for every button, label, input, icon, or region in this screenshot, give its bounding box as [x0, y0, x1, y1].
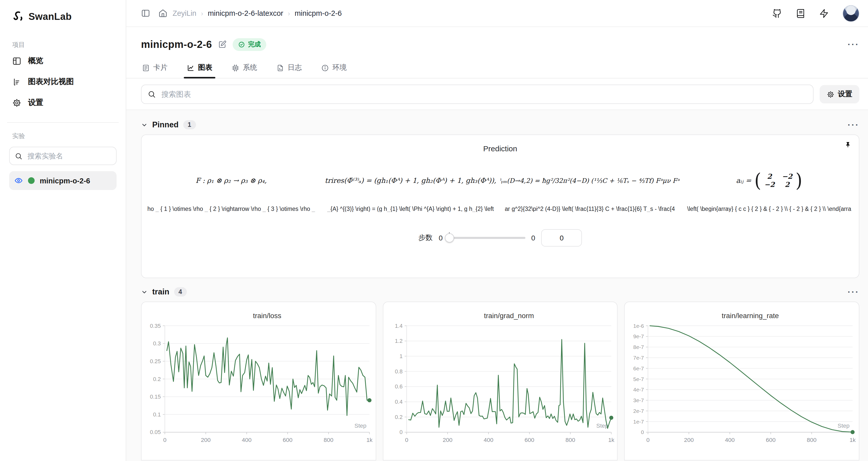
slider-min: 0 — [439, 234, 443, 242]
tab-cards[interactable]: 卡片 — [141, 59, 168, 78]
chevron-down-icon[interactable] — [141, 289, 148, 295]
y-tick-label: 6e-7 — [633, 366, 644, 371]
pin-icon[interactable] — [844, 141, 852, 149]
chart-card-train-learning-rate[interactable]: train/learning_rate1e-69e-78e-77e-76e-75… — [624, 301, 859, 460]
y-tick-label: 0.35 — [150, 323, 161, 329]
tab-logs[interactable]: 日志 — [275, 59, 303, 78]
step-value-input[interactable] — [541, 229, 582, 247]
y-tick-label: 0.25 — [150, 358, 161, 365]
pinned-section-header: Pinned 1 ··· — [141, 120, 859, 129]
y-tick-label: 9e-7 — [633, 334, 644, 339]
status-badge: 完成 — [233, 38, 267, 51]
y-tick-label: 0 — [399, 429, 402, 435]
kebab-menu-icon[interactable]: ··· — [848, 40, 859, 49]
brand[interactable]: SwanLab — [11, 10, 115, 23]
chart-canvas[interactable]: train/grad_norm1.41.210.80.60.40.2002004… — [383, 302, 617, 455]
charts-content: Pinned 1 ··· Prediction F : ρ₁ ⊗ ρ₂ → ρ₃… — [126, 110, 868, 461]
chart-title: Prediction — [142, 144, 859, 153]
tab-charts[interactable]: 图表 — [186, 59, 213, 78]
experiment-search-input[interactable] — [27, 151, 111, 161]
latex-source-text: _{A} ^{(3)} \right) = (g h_{1} \left( \P… — [321, 206, 500, 212]
run-title-bar: minicpm-o-2-6 完成 ··· — [126, 27, 868, 54]
chart-card-train-loss[interactable]: train/loss0.350.30.250.20.150.10.0502004… — [141, 301, 376, 460]
chevron-right-icon: › — [288, 9, 290, 17]
tab-system[interactable]: 系统 — [230, 59, 258, 78]
search-icon — [148, 90, 156, 98]
edit-pencil-icon[interactable] — [218, 40, 227, 49]
chart-toolbar: 设置 — [126, 79, 868, 110]
train-charts-row: train/loss0.350.30.250.20.150.10.0502004… — [141, 301, 859, 460]
x-tick-label: 1k — [850, 436, 856, 443]
x-tick-label: 0 — [647, 436, 650, 443]
section-count-badge: 4 — [174, 287, 187, 296]
last-point-dot — [609, 416, 613, 420]
y-tick-label: 1.4 — [395, 323, 402, 329]
github-icon[interactable] — [772, 8, 782, 18]
latex-source-text: ho _ { 1 } \otimes \rho _ { 2 } \rightar… — [142, 206, 321, 212]
x-tick-label: 400 — [725, 436, 735, 443]
home-icon[interactable] — [158, 9, 167, 18]
chart-card-train-grad-norm[interactable]: train/grad_norm1.41.210.80.60.40.2002004… — [382, 301, 618, 460]
kebab-menu-icon[interactable]: ··· — [848, 288, 859, 296]
sidebar-item-chart-compare[interactable]: 图表对比视图 — [9, 71, 117, 92]
chart-canvas[interactable]: train/loss0.350.30.250.20.150.10.0502004… — [142, 302, 375, 455]
top-bar: ZeyiLin › minicpm-o-2-6-latexcor › minic… — [126, 0, 868, 27]
breadcrumb: ZeyiLin › minicpm-o-2-6-latexcor › minic… — [173, 9, 342, 17]
latex-formula[interactable]: F : ρ₁ ⊗ ρ₂ → ρ₃ ⊗ ρ₄, — [142, 170, 321, 191]
chart-search[interactable] — [141, 85, 813, 104]
sidebar-item-overview[interactable]: 概览 — [9, 51, 117, 71]
y-tick-label: 0.05 — [150, 429, 161, 435]
x-axis-label: Step — [354, 422, 366, 429]
breadcrumb-project[interactable]: minicpm-o-2-6-latexcor — [208, 9, 283, 17]
tab-label: 图表 — [198, 63, 212, 72]
x-tick-label: 1k — [366, 436, 373, 443]
x-tick-label: 600 — [283, 436, 292, 443]
brand-name: SwanLab — [29, 11, 72, 22]
section-title[interactable]: Pinned — [152, 120, 179, 129]
x-tick-label: 400 — [242, 436, 251, 443]
slider-knob[interactable] — [445, 233, 454, 242]
latex-formula[interactable]: ℒ⁽¹⁾ᵧₘ(D→4,2) = ħg²∕32π²(4−D) (¹¹⁄₃C + ¹… — [500, 170, 680, 191]
top-actions — [772, 5, 859, 22]
y-tick-label: 4e-7 — [633, 386, 644, 393]
experiment-list-item[interactable]: minicpm-o-2-6 — [9, 171, 117, 190]
breadcrumb-user[interactable]: ZeyiLin — [173, 9, 196, 17]
kebab-menu-icon[interactable]: ··· — [848, 120, 859, 129]
section-title[interactable]: train — [152, 287, 169, 296]
breadcrumb-run[interactable]: minicpm-o-2-6 — [294, 9, 342, 17]
latex-source-text: \left( \begin{array} { c c } { 2 } & { -… — [680, 206, 859, 212]
chart-settings-button[interactable]: 设置 — [819, 85, 859, 104]
sidebar-item-settings[interactable]: 设置 — [9, 92, 117, 113]
table-grid-icon — [12, 56, 21, 65]
lightning-icon[interactable] — [819, 8, 829, 18]
y-tick-label: 7e-7 — [633, 355, 644, 361]
docs-book-icon[interactable] — [796, 8, 805, 18]
eye-visible-icon[interactable] — [14, 176, 23, 185]
status-text: 完成 — [248, 40, 261, 49]
tab-environment[interactable]: 环境 — [320, 59, 348, 78]
latex-formula[interactable]: trires(Φ̄⁽³⁾ₐ) = (gh₁(Φᴬ) + 1, gh₂(Φᴬ) +… — [321, 170, 500, 191]
latex-formula-matrix[interactable]: aᵢⱼ = ( 2−2 −22 ) — [680, 170, 859, 191]
page-title: minicpm-o-2-6 — [141, 39, 212, 51]
series-line — [167, 338, 369, 415]
chart-canvas[interactable]: train/learning_rate1e-69e-78e-77e-76e-75… — [625, 302, 859, 455]
chevron-down-icon[interactable] — [141, 121, 148, 128]
y-tick-label: 0.1 — [153, 411, 161, 418]
main-panel: ZeyiLin › minicpm-o-2-6-latexcor › minic… — [126, 0, 868, 461]
section-count-badge: 1 — [183, 120, 196, 129]
x-tick-label: 0 — [163, 436, 166, 443]
experiment-search[interactable] — [9, 147, 117, 165]
x-tick-label: 800 — [565, 436, 575, 443]
chevron-right-icon: › — [201, 9, 204, 17]
tab-label: 卡片 — [153, 63, 167, 72]
chart-search-input[interactable] — [160, 90, 807, 99]
sidebar-item-label: 图表对比视图 — [28, 77, 74, 87]
sidebar-item-label: 设置 — [28, 98, 43, 108]
step-slider[interactable] — [449, 237, 525, 239]
sidebar: SwanLab 项目 概览 图表对比视图 设置 实验 — [0, 0, 126, 461]
tab-label: 环境 — [333, 63, 347, 72]
y-tick-label: 5e-7 — [633, 376, 644, 382]
avatar[interactable] — [842, 5, 859, 22]
chart-title: train/learning_rate — [722, 312, 779, 320]
panel-toggle-icon[interactable] — [141, 9, 150, 18]
